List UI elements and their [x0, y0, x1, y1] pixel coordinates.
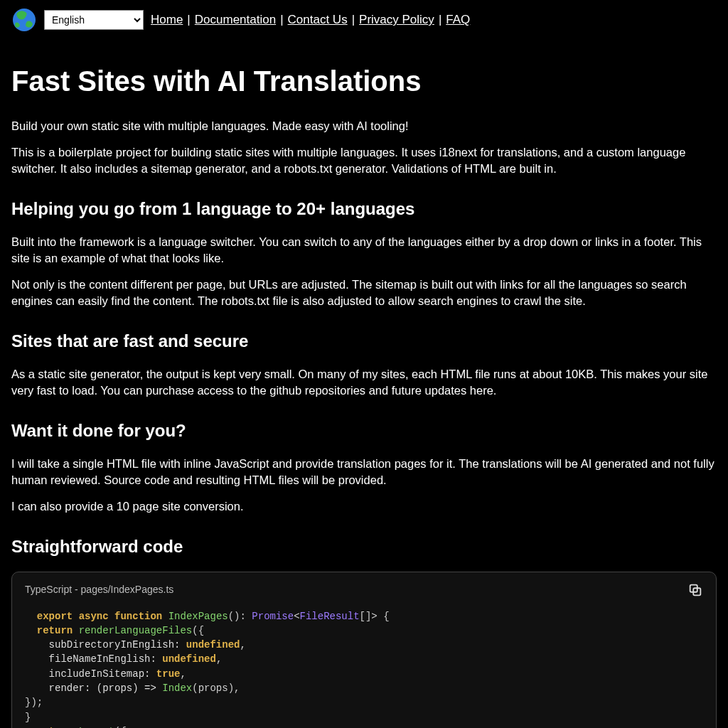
language-select[interactable]: English [44, 10, 144, 30]
done-for-you-paragraph-1: I will take a single HTML file with inli… [11, 456, 717, 488]
section-heading-languages: Helping you go from 1 language to 20+ la… [11, 197, 717, 221]
languages-paragraph-1: Built into the framework is a language s… [11, 234, 717, 267]
nav-faq[interactable]: FAQ [446, 11, 470, 28]
code-filename: TypeScript - pages/IndexPages.ts [25, 583, 173, 597]
section-heading-fast-secure: Sites that are fast and secure [11, 329, 717, 353]
intro-paragraph-2: This is a boilerplate project for buildi… [11, 144, 717, 177]
nav-home[interactable]: Home [151, 11, 183, 28]
nav-sep: | [437, 11, 443, 28]
globe-icon [11, 7, 37, 33]
code-content: export async function IndexPages(): Prom… [25, 609, 703, 729]
site-header: English Home | Documentation | Contact U… [0, 0, 728, 40]
languages-paragraph-2: Not only is the content different per pa… [11, 277, 717, 309]
done-for-you-paragraph-2: I can also provide a 10 page site conver… [11, 498, 717, 515]
page-title: Fast Sites with AI Translations [11, 61, 717, 101]
nav-privacy[interactable]: Privacy Policy [359, 11, 434, 28]
nav-documentation[interactable]: Documentation [195, 11, 276, 28]
code-block: TypeScript - pages/IndexPages.ts export … [11, 572, 717, 729]
section-heading-code: Straightforward code [11, 535, 717, 559]
top-nav: Home | Documentation | Contact Us | Priv… [151, 11, 470, 28]
copy-icon[interactable] [687, 582, 703, 598]
fast-secure-paragraph: As a static site generator, the output i… [11, 366, 717, 399]
nav-sep: | [350, 11, 356, 28]
intro-paragraph-1: Build your own static site with multiple… [11, 118, 717, 134]
code-header: TypeScript - pages/IndexPages.ts [25, 582, 703, 598]
nav-sep: | [279, 11, 284, 28]
nav-sep: | [186, 11, 191, 28]
section-heading-done-for-you: Want it done for you? [11, 419, 717, 443]
main-content: Fast Sites with AI Translations Build yo… [0, 61, 728, 728]
nav-contact[interactable]: Contact Us [288, 11, 348, 28]
